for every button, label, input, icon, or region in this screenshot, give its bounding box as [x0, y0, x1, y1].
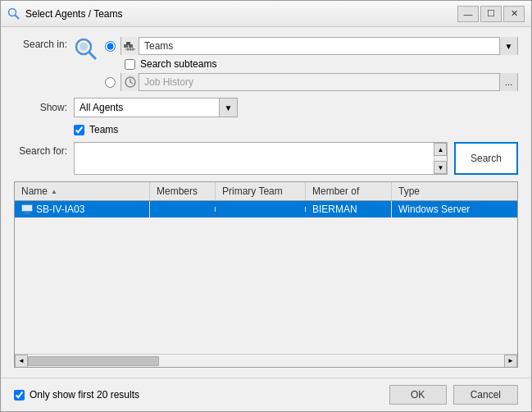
svg-rect-18: [25, 212, 30, 213]
cancel-button[interactable]: Cancel: [453, 385, 518, 405]
teams-checkbox-label: Teams: [89, 124, 118, 135]
subteams-row: Search subteams: [105, 58, 518, 70]
teams-combobox[interactable]: Teams ▼: [120, 37, 518, 55]
window-title: Select Agents / Teams: [25, 8, 123, 20]
svg-line-4: [89, 53, 97, 60]
window-icon: [7, 7, 20, 21]
td-primary-team: [216, 207, 306, 212]
search-for-row: Search for: ▲ ▼ Search: [14, 142, 518, 175]
th-member-of[interactable]: Member of: [306, 182, 392, 200]
subteams-checkbox[interactable]: [125, 59, 135, 70]
show-row: Show: All Agents ▼: [14, 98, 518, 117]
search-in-options: Teams ▼ Search subteams: [105, 37, 518, 91]
title-bar: Select Agents / Teams — ☐ ✕: [1, 1, 531, 27]
ok-button[interactable]: OK: [389, 385, 447, 405]
dialog-window: Select Agents / Teams — ☐ ✕ Search in:: [0, 0, 532, 412]
dialog-content: Search in:: [1, 27, 531, 378]
table-header: Name ▲ Members Primary Team Member of Ty…: [15, 182, 517, 201]
scroll-left-btn[interactable]: ◄: [15, 355, 28, 368]
teams-radio-row: Teams ▼: [105, 37, 518, 55]
th-name[interactable]: Name ▲: [15, 182, 150, 200]
maximize-button[interactable]: ☐: [480, 6, 502, 22]
title-bar-controls: — ☐ ✕: [457, 6, 525, 22]
job-icon: [125, 76, 136, 88]
job-history-text: Job History: [139, 75, 499, 89]
title-bar-left: Select Agents / Teams: [7, 7, 123, 21]
scroll-down-btn[interactable]: ▼: [434, 161, 447, 174]
td-name: SB-IV-IA03: [15, 201, 150, 217]
footer-buttons: OK Cancel: [389, 385, 518, 405]
search-textarea-container: ▲ ▼: [74, 142, 448, 175]
th-type[interactable]: Type: [392, 182, 517, 200]
th-primary-team[interactable]: Primary Team: [216, 182, 306, 200]
search-in-label: Search in:: [14, 37, 67, 50]
svg-rect-17: [22, 205, 32, 211]
results-table: Name ▲ Members Primary Team Member of Ty…: [14, 181, 518, 368]
teams-checkbox[interactable]: [74, 125, 84, 135]
minimize-button[interactable]: —: [457, 6, 479, 22]
teams-combo-icon: [121, 37, 139, 55]
job-history-button[interactable]: …: [499, 73, 517, 91]
teams-combo-text: Teams: [139, 39, 499, 53]
dialog-footer: Only show first 20 results OK Cancel: [1, 378, 531, 411]
td-member-of: BIERMAN: [306, 201, 392, 217]
subteams-label: Search subteams: [140, 58, 216, 70]
scroll-right-btn[interactable]: ►: [504, 355, 517, 368]
svg-rect-19: [23, 213, 31, 214]
td-type: Windows Server: [392, 201, 517, 217]
search-input[interactable]: [75, 143, 434, 174]
job-history-radio[interactable]: [105, 77, 116, 88]
first-20-label: Only show first 20 results: [30, 389, 139, 401]
close-button[interactable]: ✕: [503, 6, 525, 22]
search-for-label: Search for:: [14, 142, 67, 157]
td-members: [150, 207, 216, 212]
table-body: SB-IV-IA03 BIERMAN Windows Server: [15, 201, 517, 354]
search-in-section: Search in:: [14, 37, 518, 91]
show-combo-arrow[interactable]: ▼: [219, 98, 237, 117]
teams-check-row: Teams: [14, 124, 518, 135]
sort-arrow-icon: ▲: [51, 188, 57, 195]
svg-point-3: [80, 43, 88, 51]
show-combobox[interactable]: All Agents ▼: [74, 98, 238, 117]
teams-icon: [124, 41, 137, 51]
show-label: Show:: [14, 102, 67, 113]
show-combo-value: All Agents: [75, 100, 219, 115]
svg-line-1: [16, 15, 20, 19]
search-button[interactable]: Search: [454, 142, 518, 175]
search-magnifier-icon: [74, 37, 98, 66]
footer-left: Only show first 20 results: [14, 389, 139, 401]
svg-point-15: [130, 81, 131, 83]
scroll-up-btn[interactable]: ▲: [434, 143, 447, 156]
table-row[interactable]: SB-IV-IA03 BIERMAN Windows Server: [15, 201, 517, 217]
svg-point-0: [9, 8, 16, 16]
search-scrollbar[interactable]: ▲ ▼: [434, 143, 447, 174]
first-20-checkbox[interactable]: [14, 390, 25, 401]
teams-radio[interactable]: [105, 41, 116, 52]
job-history-radio-row: Job History …: [105, 73, 518, 91]
row-computer-icon: [21, 204, 33, 214]
teams-combo-arrow[interactable]: ▼: [499, 37, 517, 55]
job-history-combobox[interactable]: Job History …: [120, 73, 518, 91]
svg-rect-7: [126, 42, 130, 45]
scrollbar-thumb[interactable]: [28, 356, 159, 366]
job-history-icon: [121, 73, 139, 91]
scrollbar-track[interactable]: [28, 355, 504, 368]
horizontal-scrollbar[interactable]: ◄ ►: [15, 354, 517, 367]
th-members[interactable]: Members: [150, 182, 216, 200]
